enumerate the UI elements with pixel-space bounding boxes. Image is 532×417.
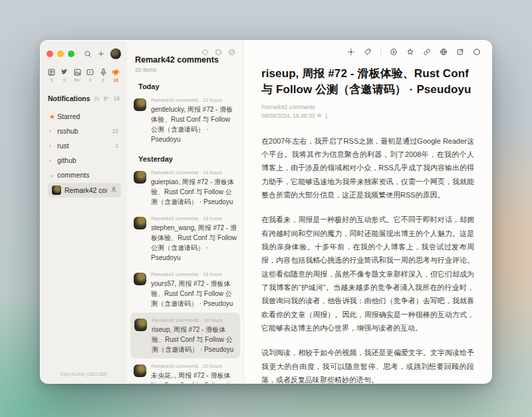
feed-unread-count: 1 — [115, 142, 118, 149]
eye-icon — [317, 112, 323, 120]
group-list-icon[interactable] — [103, 92, 109, 104]
list-item[interactable]: Remark42 comments · 12 hours gentlelucky… — [127, 92, 243, 148]
item-title: gentlelucky, 周报 #72 - 滑板体验、Rust Conf 与 F… — [151, 104, 237, 144]
sidebar: 5 0 99+ 9 6 16 — [41, 41, 127, 383]
article-body: 在2007年左右，我开启了RSS之旅，最初是通过Google Reader这个平… — [261, 134, 474, 383]
article-date-row: 09/09/2024, 16:48:33 1 — [261, 112, 474, 120]
sort-list-icon[interactable] — [94, 92, 100, 104]
feed-unread-count: 15 — [112, 128, 118, 134]
refresh-icon[interactable] — [201, 47, 209, 59]
view-unread-count: 0 — [63, 78, 66, 82]
list-item[interactable]: Remark42 comments · 20 hours 未央花.., 周报 #… — [127, 358, 243, 383]
chevron-icon[interactable]: ⌄ — [49, 172, 57, 178]
item-avatar — [134, 217, 146, 229]
view-unread-count: 99+ — [74, 78, 81, 82]
chevron-icon[interactable]: › — [49, 128, 57, 134]
close-window-button[interactable] — [47, 51, 53, 57]
toolbar-divider — [380, 48, 381, 57]
star-icon[interactable] — [406, 48, 414, 56]
feed-favicon — [52, 186, 61, 195]
notification-icon — [112, 68, 120, 76]
article-feed-name: Remark42 comments — [261, 104, 474, 110]
window-controls — [47, 51, 74, 57]
article-paragraph: 说到阅读，相较于如今的视频，我还是更偏爱文字。文字阅读给予我更大的自由度，我可以… — [261, 346, 474, 383]
view-tab-audio[interactable]: 6 — [99, 68, 108, 82]
article-icon — [47, 68, 56, 76]
article-toolbar — [244, 41, 491, 61]
list-item[interactable]: Remark42 comments · 18 hours guierpiao, … — [127, 165, 243, 211]
chevron-icon[interactable]: › — [49, 142, 57, 149]
item-title: guierpiao, 周报 #72 - 滑板体验、Rust Conf 与 Fol… — [151, 177, 237, 207]
mark-all-read-icon[interactable] — [228, 47, 235, 59]
article-content[interactable]: riseup, 周报 #72 - 滑板体验、Rust Conf 与 Follow… — [244, 61, 491, 383]
article-panel: riseup, 周报 #72 - 滑板体验、Rust Conf 与 Follow… — [244, 41, 491, 383]
titlebar — [47, 48, 121, 60]
list-item[interactable]: Remark42 comments · 18 hours yours57, 周报… — [127, 267, 243, 313]
article-paragraph: 在2007年左右，我开启了RSS之旅，最初是通过Google Reader这个平… — [261, 134, 474, 202]
chevron-icon[interactable]: › — [49, 157, 57, 164]
add-subscription-icon[interactable] — [97, 50, 105, 58]
feed-tree: ★ Starred › rsshub 15 › rust 1 › github — [47, 109, 121, 182]
view-tab-picture[interactable]: 99+ — [73, 68, 82, 82]
bot-icon — [110, 186, 117, 194]
item-title: stephen_wang, 周报 #72 - 滑板体验、Rust Conf 与 … — [151, 223, 237, 263]
picture-icon — [73, 68, 82, 76]
item-title: yours57, 周报 #72 - 滑板体验、Rust Conf 与 Follo… — [151, 279, 237, 309]
item-avatar — [134, 273, 146, 285]
focus-mode-icon[interactable] — [347, 48, 355, 56]
list-section-header: Today — [127, 76, 243, 92]
sidebar-item-rsshub[interactable]: › rsshub 15 — [47, 124, 121, 138]
article-paragraph: 在我看来，周报是一种极好的互动形式。它不同于即时对话，却拥有跨越时间和空间的魔力… — [261, 213, 474, 335]
sidebar-item-rust[interactable]: › rust 1 — [47, 138, 121, 153]
zoom-window-button[interactable] — [68, 51, 74, 57]
view-tab-notification[interactable]: 16 — [112, 68, 120, 82]
share-icon[interactable] — [456, 48, 464, 56]
view-tab-video[interactable]: 9 — [86, 68, 94, 82]
view-tab-social[interactable]: 0 — [60, 68, 68, 82]
article-timestamp: 09/09/2024, 16:48:33 — [261, 112, 315, 119]
view-unread-count: 9 — [89, 78, 92, 82]
item-meta: Remark42 comments · 18 hours — [151, 271, 237, 277]
view-switcher: 5 0 99+ 9 6 16 — [47, 68, 121, 82]
entry-list: Today Remark42 comments · 12 hours gentl… — [127, 76, 243, 383]
item-avatar — [134, 319, 147, 331]
item-meta: Remark42 comments · 18 hours — [151, 215, 237, 221]
app-window: 5 0 99+ 9 6 16 — [40, 40, 492, 384]
item-meta: Remark42 comments · 18 hours — [151, 170, 237, 176]
readability-icon[interactable] — [390, 48, 398, 56]
sidebar-item-remark42-comments[interactable]: Remark42 comments — [48, 183, 121, 198]
section-unread-count: 16 — [114, 95, 120, 102]
item-title: 未央花.., 周报 #72 - 滑板体验、Rust Conf 与 Follow … — [151, 370, 237, 383]
view-tab-article[interactable]: 5 — [47, 68, 56, 82]
minimize-window-button[interactable] — [57, 51, 64, 57]
sidebar-item-starred[interactable]: ★ Starred — [47, 109, 121, 124]
mark-unread-icon[interactable] — [473, 48, 481, 56]
sidebar-item-comments[interactable]: ⌄ comments — [47, 168, 121, 182]
unread-filter-icon[interactable] — [215, 47, 222, 59]
list-item[interactable]: Remark42 comments · 18 hours riseup, 周报 … — [130, 313, 240, 358]
item-title: riseup, 周报 #72 - 滑板体验、Rust Conf 与 Follow… — [152, 325, 237, 354]
item-avatar — [134, 98, 146, 111]
social-icon — [60, 68, 68, 76]
entry-list-panel: Remark42 comments 20 items Today Remark4… — [127, 41, 244, 383]
audio-icon — [99, 68, 108, 76]
view-unread-count: 6 — [102, 78, 104, 82]
copy-link-icon[interactable] — [423, 48, 431, 56]
article-title: riseup, 周报 #72 - 滑板体验、Rust Conf 与 Follow… — [261, 66, 474, 98]
list-section-header: Yesterday — [127, 148, 243, 165]
ai-tag-icon[interactable] — [364, 48, 372, 56]
item-meta: Remark42 comments · 18 hours — [152, 317, 237, 323]
item-avatar — [134, 364, 146, 377]
section-title: Notifications — [48, 94, 94, 102]
item-meta: Remark42 comments · 12 hours — [151, 97, 237, 103]
list-item[interactable]: Remark42 comments · 18 hours stephen_wan… — [127, 211, 243, 267]
open-in-browser-icon[interactable] — [440, 48, 448, 56]
notifications-section-header: Notifications 16 — [47, 92, 121, 104]
view-unread-count: 16 — [114, 78, 118, 82]
sidebar-item-github[interactable]: › github — [47, 153, 121, 168]
view-unread-count: 5 — [51, 78, 53, 82]
search-icon[interactable] — [84, 50, 92, 58]
user-avatar[interactable] — [110, 49, 121, 59]
star-icon[interactable]: ★ — [49, 113, 57, 120]
list-item-count: 20 items — [135, 67, 235, 73]
